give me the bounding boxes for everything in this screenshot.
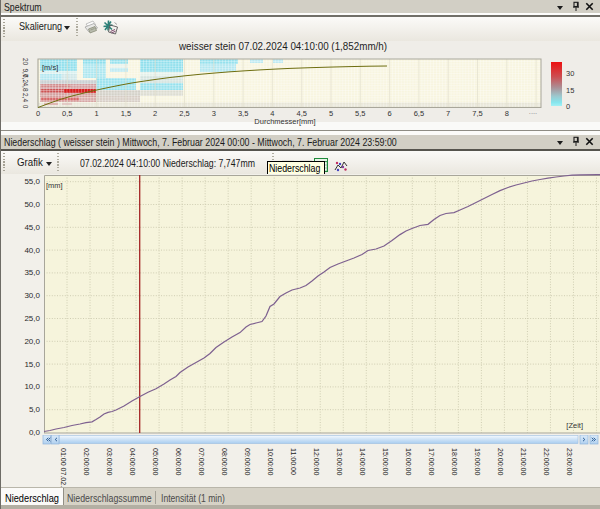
svg-text:30,0: 30,0 <box>24 291 40 300</box>
svg-text:45,0: 45,0 <box>24 223 40 232</box>
svg-text:55,0: 55,0 <box>24 177 40 186</box>
svg-text:7,5: 7,5 <box>472 109 482 118</box>
svg-text:20: 20 <box>22 58 29 66</box>
svg-text:6,5: 6,5 <box>414 109 424 118</box>
svg-text:5,0: 5,0 <box>29 405 41 414</box>
svg-text:10,0: 10,0 <box>24 382 40 391</box>
svg-text:15,0: 15,0 <box>24 360 40 369</box>
svg-text:4,8: 4,8 <box>22 82 29 91</box>
svg-text:[Zeit]: [Zeit] <box>566 421 583 430</box>
svg-text:8: 8 <box>505 109 509 118</box>
svg-text:20,0: 20,0 <box>24 337 40 346</box>
svg-text:40,0: 40,0 <box>24 246 40 255</box>
svg-text:5,5: 5,5 <box>355 109 365 118</box>
svg-text:2: 2 <box>153 109 157 118</box>
svg-text:50,0: 50,0 <box>24 200 40 209</box>
svg-text:3: 3 <box>212 109 216 118</box>
svg-text:0: 0 <box>36 109 40 118</box>
svg-text:2,5: 2,5 <box>179 109 189 118</box>
svg-text:0,5: 0,5 <box>62 109 72 118</box>
svg-text:3,5: 3,5 <box>238 109 248 118</box>
svg-text:6: 6 <box>388 109 392 118</box>
svg-text:2,4: 2,4 <box>22 93 29 102</box>
svg-text:....: .... <box>529 107 537 116</box>
svg-text:30: 30 <box>566 69 574 78</box>
svg-text:0: 0 <box>566 102 570 111</box>
svg-text:25,0: 25,0 <box>24 314 40 323</box>
svg-text:1: 1 <box>95 109 99 118</box>
svg-text:7: 7 <box>446 109 450 118</box>
svg-text:0: 0 <box>22 105 29 109</box>
svg-text:1,5: 1,5 <box>121 109 131 118</box>
svg-text:Durchmesser[mm]: Durchmesser[mm] <box>254 117 315 126</box>
svg-text:5: 5 <box>329 109 333 118</box>
svg-text:[mm]: [mm] <box>46 181 63 190</box>
svg-text:[m/s]: [m/s] <box>42 63 58 72</box>
svg-text:35,0: 35,0 <box>24 268 40 277</box>
svg-text:15: 15 <box>566 86 574 95</box>
